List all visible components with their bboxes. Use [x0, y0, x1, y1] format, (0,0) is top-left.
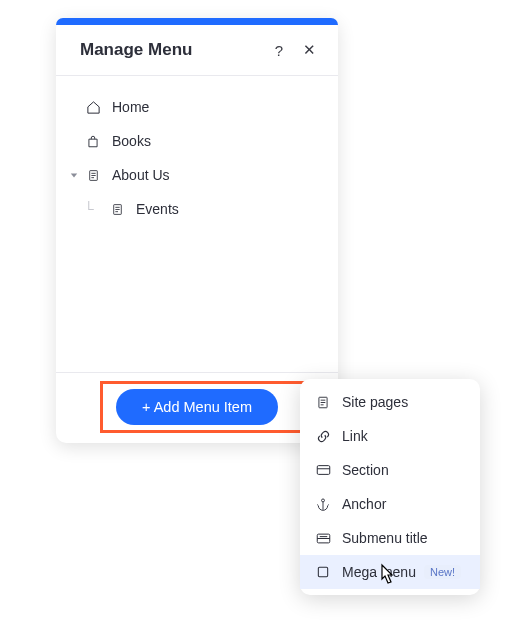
menu-item-label: Books [104, 133, 151, 149]
dropdown-item-link[interactable]: Link [300, 419, 480, 453]
dropdown-item-submenu-title[interactable]: Submenu title [300, 521, 480, 555]
add-menu-item-button[interactable]: + Add Menu Item [116, 389, 278, 425]
menu-item-label: Events [128, 201, 179, 217]
panel-accent-bar [56, 18, 338, 25]
dropdown-item-mega-menu[interactable]: Mega menu New! [300, 555, 480, 589]
panel-header: Manage Menu ? ✕ [56, 25, 338, 76]
manage-menu-panel: Manage Menu ? ✕ Home Books About [56, 18, 338, 443]
page-icon [312, 395, 334, 410]
svg-rect-12 [317, 466, 330, 475]
tree-branch-icon: └ [84, 201, 94, 217]
dropdown-item-label: Mega menu [342, 564, 416, 580]
help-icon[interactable]: ? [268, 39, 290, 61]
menu-item-events[interactable]: └ Events [66, 192, 328, 226]
dropdown-item-section[interactable]: Section [300, 453, 480, 487]
link-icon [312, 429, 334, 444]
add-menu-item-label: + Add Menu Item [142, 399, 252, 415]
submenu-icon [312, 532, 334, 545]
page-icon [106, 202, 128, 217]
dropdown-item-anchor[interactable]: Anchor [300, 487, 480, 521]
svg-line-16 [317, 504, 318, 505]
dropdown-item-label: Submenu title [342, 530, 428, 546]
menu-item-label: Home [104, 99, 149, 115]
dropdown-item-label: Site pages [342, 394, 408, 410]
svg-rect-21 [318, 567, 327, 576]
dropdown-item-label: Link [342, 428, 368, 444]
anchor-icon [312, 497, 334, 512]
close-icon[interactable]: ✕ [298, 39, 320, 61]
panel-title: Manage Menu [80, 40, 260, 60]
add-item-dropdown: Site pages Link Section Anchor Submenu t… [300, 379, 480, 595]
home-icon [82, 100, 104, 115]
dropdown-item-label: Section [342, 462, 389, 478]
section-icon [312, 464, 334, 476]
svg-point-14 [322, 498, 325, 501]
caret-down-icon[interactable] [66, 171, 82, 179]
svg-line-17 [328, 504, 329, 505]
menu-tree: Home Books About Us └ Events [56, 76, 338, 372]
panel-footer: + Add Menu Item [56, 372, 338, 443]
menu-item-home[interactable]: Home [66, 90, 328, 124]
bag-icon [82, 134, 104, 149]
new-badge: New! [424, 565, 461, 579]
dropdown-item-label: Anchor [342, 496, 386, 512]
menu-item-about-us[interactable]: About Us [66, 158, 328, 192]
menu-item-label: About Us [104, 167, 170, 183]
square-icon [312, 565, 334, 579]
page-icon [82, 168, 104, 183]
dropdown-item-site-pages[interactable]: Site pages [300, 385, 480, 419]
menu-item-books[interactable]: Books [66, 124, 328, 158]
